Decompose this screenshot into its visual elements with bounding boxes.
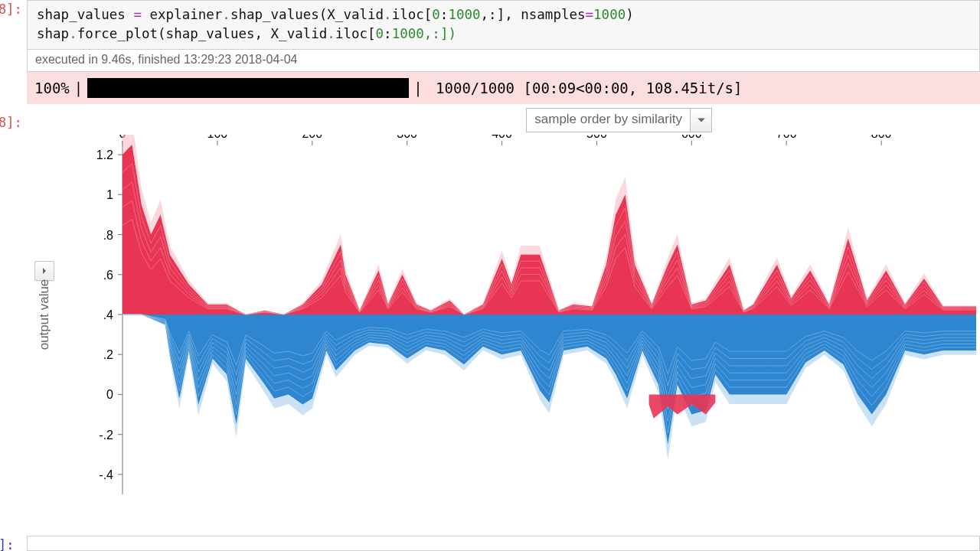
svg-text:.8: .8	[103, 228, 113, 241]
svg-text:700: 700	[776, 135, 797, 140]
svg-text:-.2: -.2	[99, 428, 113, 441]
code-token: .	[69, 26, 77, 41]
next-prompt: ]:	[0, 537, 14, 551]
code-token: :	[384, 26, 392, 41]
code-token: force_plot(shap_values, X_valid	[77, 26, 328, 41]
svg-text:output value: output value	[37, 279, 51, 350]
stderr-output: 100% | | 1000/1000 [00:09<00:00, 108.45i…	[27, 72, 980, 104]
out-prompt: 8]:	[0, 115, 22, 130]
next-cell[interactable]: ]:	[0, 536, 980, 551]
code-token: )	[626, 7, 634, 22]
code-token: 0	[376, 26, 384, 41]
code-token: =	[133, 7, 142, 22]
chart-svg: 0100200300400500600700800-.4-.20.2.4.6.8…	[27, 135, 980, 502]
code-token: 1000	[392, 26, 424, 41]
progress-percent: 100%	[34, 80, 70, 96]
code-token: shap_values(X_valid	[230, 7, 384, 22]
chevron-down-icon[interactable]	[691, 108, 712, 132]
svg-text:600: 600	[681, 135, 702, 140]
code-token: :	[440, 7, 449, 22]
code-token: ,:])	[424, 26, 456, 41]
svg-text:200: 200	[302, 135, 322, 140]
code-token: explainer	[142, 7, 222, 22]
code-token: .	[222, 7, 230, 22]
code-input-cell[interactable]: shap_values = explainer.shap_values(X_va…	[27, 0, 980, 50]
code-token: .	[384, 7, 392, 22]
svg-text:400: 400	[492, 135, 512, 140]
progress-bar-right: |	[413, 80, 422, 96]
svg-text:0: 0	[106, 388, 113, 401]
code-token: 1000	[593, 7, 626, 22]
svg-text:1.2: 1.2	[96, 148, 113, 161]
svg-text:800: 800	[871, 135, 892, 140]
code-token: ,:], nsamples	[481, 7, 586, 22]
in-prompt: 8]:	[0, 2, 22, 17]
svg-text:1: 1	[106, 188, 113, 201]
code-token: 0	[432, 7, 440, 22]
code-token: shap_values	[37, 7, 133, 22]
empty-code-cell[interactable]	[27, 536, 980, 551]
progress-tail: 1000/1000 [00:09<00:00, 108.45it/s]	[427, 80, 743, 96]
svg-text:500: 500	[586, 135, 607, 140]
code-token: =	[586, 7, 594, 22]
code-token: iloc[	[335, 26, 376, 41]
svg-text:100: 100	[207, 135, 228, 140]
progress-bar-fill	[87, 78, 409, 98]
shap-force-plot[interactable]: sample order by similarity 0100200300400…	[27, 104, 980, 517]
code-token: 1000	[448, 7, 480, 22]
svg-text:.2: .2	[103, 348, 113, 361]
code-token: shap	[37, 26, 69, 41]
svg-text:.6: .6	[103, 269, 113, 282]
progress-bar-left: |	[74, 80, 83, 96]
code-token: .	[327, 26, 335, 41]
order-select[interactable]: sample order by similarity	[526, 108, 712, 132]
svg-text:300: 300	[397, 135, 417, 140]
execution-status: executed in 9.46s, finished 13:29:23 201…	[27, 50, 980, 72]
svg-text:.4: .4	[103, 308, 113, 321]
order-select-value[interactable]: sample order by similarity	[526, 108, 691, 132]
svg-text:-.4: -.4	[99, 468, 113, 481]
code-token: iloc[	[392, 7, 433, 22]
